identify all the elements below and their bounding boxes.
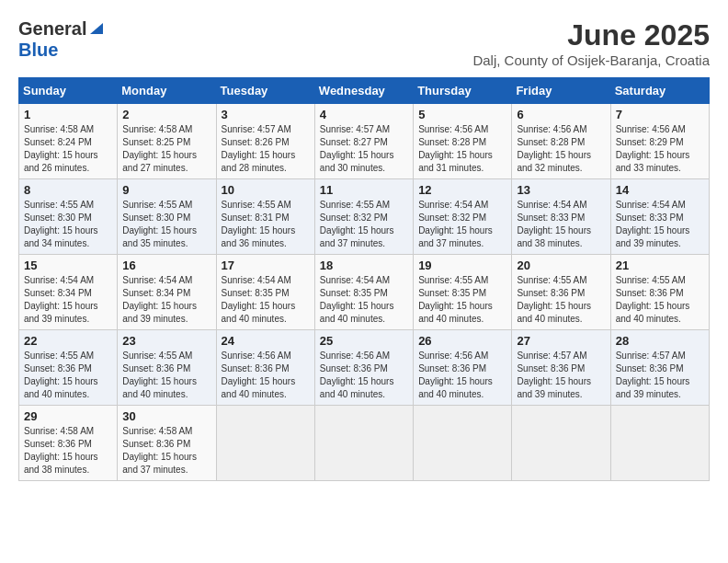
calendar-week-row: 15Sunrise: 4:54 AM Sunset: 8:34 PM Dayli… xyxy=(19,255,710,330)
calendar-cell: 24Sunrise: 4:56 AM Sunset: 8:36 PM Dayli… xyxy=(216,330,314,406)
calendar-cell: 21Sunrise: 4:55 AM Sunset: 8:36 PM Dayli… xyxy=(610,255,709,330)
logo-blue-text: Blue xyxy=(18,40,58,60)
calendar-cell: 2Sunrise: 4:58 AM Sunset: 8:25 PM Daylig… xyxy=(118,104,216,179)
day-number: 12 xyxy=(418,183,506,197)
calendar-cell: 30Sunrise: 4:58 AM Sunset: 8:36 PM Dayli… xyxy=(118,406,216,481)
day-info: Sunrise: 4:54 AM Sunset: 8:34 PM Dayligh… xyxy=(122,274,210,326)
month-year-title: June 2025 xyxy=(472,18,710,52)
calendar-cell: 18Sunrise: 4:54 AM Sunset: 8:35 PM Dayli… xyxy=(314,255,413,330)
calendar-cell: 8Sunrise: 4:55 AM Sunset: 8:30 PM Daylig… xyxy=(19,179,118,255)
calendar-cell: 1Sunrise: 4:58 AM Sunset: 8:24 PM Daylig… xyxy=(19,104,118,179)
calendar-header-wednesday: Wednesday xyxy=(314,78,413,104)
calendar-header-tuesday: Tuesday xyxy=(216,78,314,104)
day-number: 29 xyxy=(24,409,112,423)
day-number: 9 xyxy=(122,183,210,197)
day-info: Sunrise: 4:55 AM Sunset: 8:32 PM Dayligh… xyxy=(320,199,408,250)
day-number: 24 xyxy=(222,334,310,348)
day-info: Sunrise: 4:57 AM Sunset: 8:26 PM Dayligh… xyxy=(222,123,310,175)
day-info: Sunrise: 4:55 AM Sunset: 8:30 PM Dayligh… xyxy=(122,199,210,250)
calendar-cell: 7Sunrise: 4:56 AM Sunset: 8:29 PM Daylig… xyxy=(610,104,709,179)
day-info: Sunrise: 4:54 AM Sunset: 8:35 PM Dayligh… xyxy=(222,274,310,326)
calendar-cell: 16Sunrise: 4:54 AM Sunset: 8:34 PM Dayli… xyxy=(118,255,216,330)
day-number: 14 xyxy=(616,183,704,197)
day-info: Sunrise: 4:56 AM Sunset: 8:36 PM Dayligh… xyxy=(320,350,408,401)
day-number: 13 xyxy=(517,183,605,197)
day-number: 20 xyxy=(517,259,605,272)
calendar-cell: 20Sunrise: 4:55 AM Sunset: 8:36 PM Dayli… xyxy=(512,255,610,330)
calendar-header-saturday: Saturday xyxy=(610,78,709,104)
day-number: 28 xyxy=(616,334,704,348)
title-area: June 2025 Dalj, County of Osijek-Baranja… xyxy=(472,18,710,68)
day-number: 18 xyxy=(320,259,408,272)
day-number: 21 xyxy=(616,259,704,272)
calendar-cell: 12Sunrise: 4:54 AM Sunset: 8:32 PM Dayli… xyxy=(414,179,512,255)
calendar-cell: 28Sunrise: 4:57 AM Sunset: 8:36 PM Dayli… xyxy=(610,330,709,406)
day-info: Sunrise: 4:54 AM Sunset: 8:32 PM Dayligh… xyxy=(418,199,506,250)
day-number: 25 xyxy=(320,334,408,348)
calendar-cell: 27Sunrise: 4:57 AM Sunset: 8:36 PM Dayli… xyxy=(512,330,610,406)
day-number: 15 xyxy=(24,259,112,272)
calendar-header-row: SundayMondayTuesdayWednesdayThursdayFrid… xyxy=(19,78,710,104)
day-number: 3 xyxy=(222,108,310,121)
calendar-cell: 17Sunrise: 4:54 AM Sunset: 8:35 PM Dayli… xyxy=(216,255,314,330)
calendar-cell xyxy=(216,406,314,481)
calendar-cell: 23Sunrise: 4:55 AM Sunset: 8:36 PM Dayli… xyxy=(118,330,216,406)
calendar-cell: 10Sunrise: 4:55 AM Sunset: 8:31 PM Dayli… xyxy=(216,179,314,255)
day-number: 8 xyxy=(24,183,112,197)
calendar-cell xyxy=(610,406,709,481)
day-info: Sunrise: 4:55 AM Sunset: 8:36 PM Dayligh… xyxy=(616,274,704,326)
day-number: 30 xyxy=(122,409,210,423)
day-info: Sunrise: 4:54 AM Sunset: 8:35 PM Dayligh… xyxy=(320,274,408,326)
day-info: Sunrise: 4:57 AM Sunset: 8:36 PM Dayligh… xyxy=(616,350,704,401)
day-number: 23 xyxy=(122,334,210,348)
day-info: Sunrise: 4:55 AM Sunset: 8:36 PM Dayligh… xyxy=(24,350,112,401)
day-number: 6 xyxy=(517,108,605,121)
calendar-cell: 9Sunrise: 4:55 AM Sunset: 8:30 PM Daylig… xyxy=(118,179,216,255)
svg-marker-0 xyxy=(90,23,103,34)
calendar-cell xyxy=(314,406,413,481)
calendar-cell: 11Sunrise: 4:55 AM Sunset: 8:32 PM Dayli… xyxy=(314,179,413,255)
day-info: Sunrise: 4:58 AM Sunset: 8:24 PM Dayligh… xyxy=(24,123,112,175)
day-number: 22 xyxy=(24,334,112,348)
day-info: Sunrise: 4:57 AM Sunset: 8:27 PM Dayligh… xyxy=(320,123,408,175)
day-info: Sunrise: 4:55 AM Sunset: 8:36 PM Dayligh… xyxy=(517,274,605,326)
day-info: Sunrise: 4:58 AM Sunset: 8:36 PM Dayligh… xyxy=(122,425,210,477)
calendar-cell xyxy=(414,406,512,481)
day-info: Sunrise: 4:58 AM Sunset: 8:25 PM Dayligh… xyxy=(122,123,210,175)
day-number: 16 xyxy=(122,259,210,272)
logo: General Blue xyxy=(18,18,105,61)
day-number: 17 xyxy=(222,259,310,272)
day-info: Sunrise: 4:56 AM Sunset: 8:36 PM Dayligh… xyxy=(418,350,506,401)
logo-general-text: General xyxy=(18,18,86,40)
calendar-cell: 13Sunrise: 4:54 AM Sunset: 8:33 PM Dayli… xyxy=(512,179,610,255)
logo-icon xyxy=(88,19,105,36)
day-info: Sunrise: 4:54 AM Sunset: 8:34 PM Dayligh… xyxy=(24,274,112,326)
day-info: Sunrise: 4:56 AM Sunset: 8:29 PM Dayligh… xyxy=(616,123,704,175)
day-number: 27 xyxy=(517,334,605,348)
location-subtitle: Dalj, County of Osijek-Baranja, Croatia xyxy=(472,52,710,68)
day-number: 10 xyxy=(222,183,310,197)
calendar-table: SundayMondayTuesdayWednesdayThursdayFrid… xyxy=(18,77,710,481)
day-info: Sunrise: 4:57 AM Sunset: 8:36 PM Dayligh… xyxy=(517,350,605,401)
day-info: Sunrise: 4:54 AM Sunset: 8:33 PM Dayligh… xyxy=(517,199,605,250)
calendar-cell: 26Sunrise: 4:56 AM Sunset: 8:36 PM Dayli… xyxy=(414,330,512,406)
calendar-week-row: 29Sunrise: 4:58 AM Sunset: 8:36 PM Dayli… xyxy=(19,406,710,481)
calendar-header-thursday: Thursday xyxy=(414,78,512,104)
day-number: 7 xyxy=(616,108,704,121)
calendar-cell: 6Sunrise: 4:56 AM Sunset: 8:28 PM Daylig… xyxy=(512,104,610,179)
day-number: 5 xyxy=(418,108,506,121)
calendar-week-row: 8Sunrise: 4:55 AM Sunset: 8:30 PM Daylig… xyxy=(19,179,710,255)
calendar-header-friday: Friday xyxy=(512,78,610,104)
day-number: 26 xyxy=(418,334,506,348)
calendar-cell: 4Sunrise: 4:57 AM Sunset: 8:27 PM Daylig… xyxy=(314,104,413,179)
calendar-cell: 3Sunrise: 4:57 AM Sunset: 8:26 PM Daylig… xyxy=(216,104,314,179)
day-number: 1 xyxy=(24,108,112,121)
calendar-cell xyxy=(512,406,610,481)
day-info: Sunrise: 4:56 AM Sunset: 8:36 PM Dayligh… xyxy=(222,350,310,401)
day-number: 4 xyxy=(320,108,408,121)
day-number: 19 xyxy=(418,259,506,272)
calendar-cell: 25Sunrise: 4:56 AM Sunset: 8:36 PM Dayli… xyxy=(314,330,413,406)
day-info: Sunrise: 4:54 AM Sunset: 8:33 PM Dayligh… xyxy=(616,199,704,250)
day-info: Sunrise: 4:55 AM Sunset: 8:30 PM Dayligh… xyxy=(24,199,112,250)
day-info: Sunrise: 4:56 AM Sunset: 8:28 PM Dayligh… xyxy=(517,123,605,175)
